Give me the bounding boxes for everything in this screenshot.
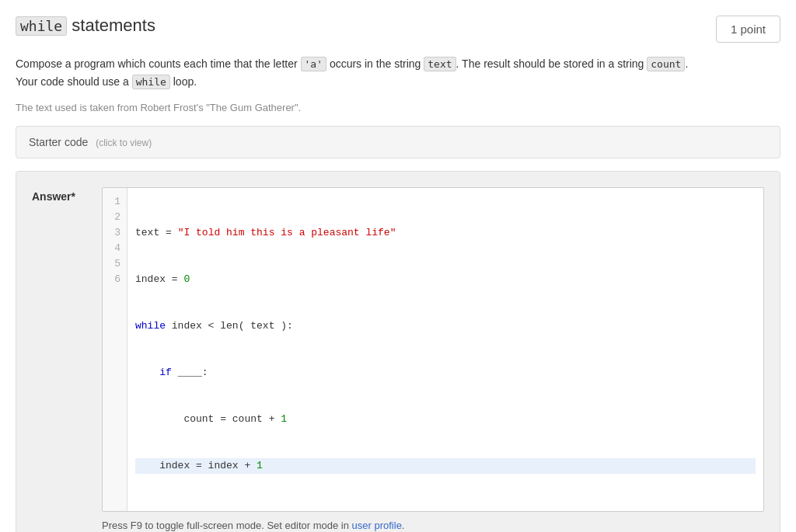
letter-code: 'a' <box>301 57 326 71</box>
code-line-1: text = "I told him this is a pleasant li… <box>135 225 756 241</box>
starter-code-hint: (click to view) <box>96 137 152 148</box>
answer-row: Answer* 1 2 3 4 5 6 text = "I told him t… <box>32 187 764 512</box>
line-numbers: 1 2 3 4 5 6 <box>103 188 127 511</box>
line-num-6: 6 <box>109 272 120 287</box>
code-line-6: index = index + 1 <box>135 458 756 474</box>
line-num-4: 4 <box>109 241 120 256</box>
code-line-2: index = 0 <box>135 272 756 287</box>
user-profile-link[interactable]: user profile <box>352 520 402 531</box>
code-content[interactable]: text = "I told him this is a pleasant li… <box>127 188 763 511</box>
text-code: text <box>424 57 456 71</box>
line-num-2: 2 <box>109 210 120 225</box>
code-editor[interactable]: 1 2 3 4 5 6 text = "I told him this is a… <box>102 187 764 512</box>
line-num-1: 1 <box>109 194 120 210</box>
while-code: while <box>132 75 170 89</box>
line-num-5: 5 <box>109 256 120 272</box>
count-code: count <box>647 57 685 71</box>
title-code: while <box>16 16 67 36</box>
answer-section: Answer* 1 2 3 4 5 6 text = "I told him t… <box>16 171 780 532</box>
code-line-5: count = count + 1 <box>135 412 756 427</box>
line-num-3: 3 <box>109 225 120 241</box>
source-text: The text used is taken from Robert Frost… <box>16 102 780 113</box>
page-title: while statements <box>16 16 155 36</box>
description-line1: Compose a program which counts each time… <box>16 55 780 91</box>
title-row: while statements 1 point <box>16 16 780 43</box>
code-line-4: if ____: <box>135 365 756 381</box>
editor-hint: Press F9 to toggle full-screen mode. Set… <box>102 520 764 531</box>
page-wrapper: while statements 1 point Compose a progr… <box>16 16 780 532</box>
starter-code-label: Starter code <box>29 136 88 148</box>
code-line-3: while index < len( text ): <box>135 318 756 334</box>
points-badge: 1 point <box>716 16 780 43</box>
starter-code-bar[interactable]: Starter code (click to view) <box>16 126 780 158</box>
code-editor-inner: 1 2 3 4 5 6 text = "I told him this is a… <box>103 188 763 511</box>
answer-label: Answer* <box>32 187 86 203</box>
